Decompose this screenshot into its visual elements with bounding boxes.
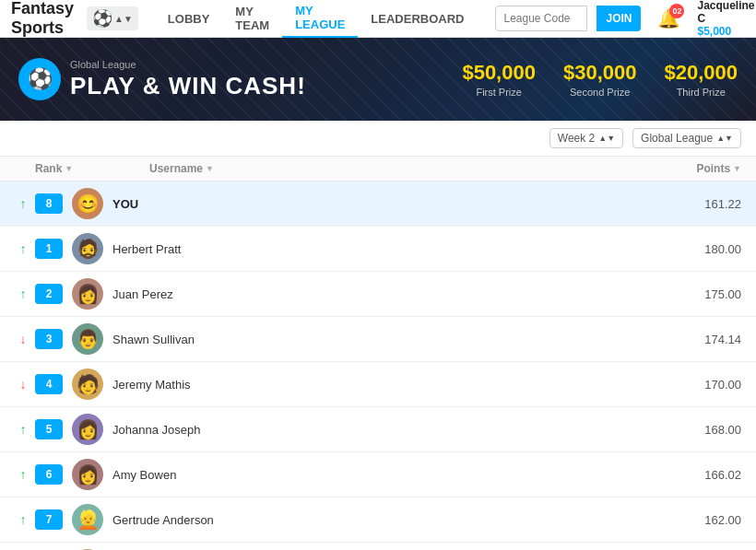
rank-badge: 6 <box>35 464 63 485</box>
trend-icon: ↑ <box>15 287 31 301</box>
username-sort-icon[interactable]: ▼ <box>206 164 214 173</box>
nav-item-lobby[interactable]: LOBBY <box>155 0 223 38</box>
nav-item-leaderboard[interactable]: LEADERBOARD <box>358 0 477 38</box>
sport-chevron-icon: ▲▼ <box>114 14 133 24</box>
player-avatar: 🧔 <box>72 233 103 264</box>
table-row[interactable]: ↓ 3 👨 Shawn Sullivan 174.14 <box>0 317 756 362</box>
prize-label-3: Third Prize <box>664 87 738 98</box>
player-points: 161.22 <box>649 197 741 211</box>
table-row[interactable]: ↑ 2 👩 Juan Perez 175.00 <box>0 272 756 317</box>
league-code-input[interactable] <box>495 6 587 31</box>
filter-bar: Week 2 ▲▼ Global League ▲▼ <box>0 121 756 157</box>
username-column-header: Username ▼ <box>149 162 649 175</box>
table-row[interactable]: ↓ 9 👩 Amy Bowen 159.00 <box>0 543 756 550</box>
prize-item-3: $20,000 Third Prize <box>664 61 738 98</box>
rank-column-header: Rank ▼ <box>35 162 109 175</box>
player-avatar: 👱 <box>72 504 103 535</box>
player-points: 168.00 <box>649 423 741 437</box>
player-points: 180.00 <box>649 242 741 256</box>
rank-badge: 3 <box>35 329 63 349</box>
player-username: Shawn Sullivan <box>112 333 649 346</box>
trend-icon: ↑ <box>15 512 31 527</box>
week-filter-chevron-icon: ▲▼ <box>598 134 615 143</box>
banner-sport-icon: ⚽ <box>18 58 61 100</box>
trend-icon: ↑ <box>15 422 31 437</box>
main-nav: LOBBYMY TEAMMY LEAGUELEADERBOARD <box>155 0 478 38</box>
player-avatar: 🧑 <box>72 369 103 400</box>
promo-banner: ⚽ Global League PLAY & WIN CASH! $50,000… <box>0 38 756 121</box>
prize-amount-3: $20,000 <box>664 61 738 85</box>
sport-selector[interactable]: ⚽ ▲▼ <box>87 6 138 30</box>
player-username: Johanna Joseph <box>112 423 649 437</box>
prize-item-2: $30,000 Second Prize <box>563 61 637 98</box>
table-row[interactable]: ↑ 7 👱 Gertrude Anderson 162.00 <box>0 497 756 543</box>
banner-subtitle: Global League <box>70 59 306 70</box>
banner-prizes: $50,000 First Prize$30,000 Second Prize$… <box>462 61 738 98</box>
nav-item-my-team[interactable]: MY TEAM <box>222 0 282 38</box>
player-username: Gertrude Anderson <box>112 513 649 527</box>
player-avatar: 😊 <box>72 188 103 219</box>
rank-badge: 8 <box>35 193 63 214</box>
player-points: 175.00 <box>649 287 741 301</box>
trend-icon: ↑ <box>15 467 31 482</box>
points-sort-icon[interactable]: ▼ <box>733 164 741 173</box>
user-name: Jacqueline C <box>697 0 756 25</box>
main-header: Fantasy Sports ⚽ ▲▼ LOBBYMY TEAMMY LEAGU… <box>0 0 756 38</box>
player-points: 170.00 <box>649 378 741 392</box>
player-points: 162.00 <box>649 513 741 527</box>
join-button[interactable]: JOIN <box>597 6 641 31</box>
banner-text: Global League PLAY & WIN CASH! <box>70 59 306 100</box>
player-username: Juan Perez <box>112 287 649 301</box>
rank-badge: 1 <box>35 239 63 259</box>
league-filter-chevron-icon: ▲▼ <box>716 134 733 143</box>
banner-title: PLAY & WIN CASH! <box>70 72 306 100</box>
user-info: Jacqueline C $5,000 👩 <box>697 0 756 38</box>
player-avatar: 👩 <box>72 414 103 445</box>
player-username: Amy Bowen <box>112 468 649 482</box>
table-body: ↑ 8 😊 YOU 161.22 ↑ 1 🧔 Herbert Pratt 180… <box>0 181 756 550</box>
nav-item-my-league[interactable]: MY LEAGUE <box>282 0 358 38</box>
rank-badge: 7 <box>35 509 63 530</box>
table-row[interactable]: ↑ 1 🧔 Herbert Pratt 180.00 <box>0 227 756 272</box>
prize-amount-2: $30,000 <box>563 61 637 85</box>
trend-icon: ↓ <box>15 377 31 392</box>
points-column-header: Points ▼ <box>649 162 741 175</box>
player-points: 174.14 <box>649 333 741 346</box>
rank-badge: 4 <box>35 374 63 394</box>
prize-label-2: Second Prize <box>563 87 637 98</box>
player-username: Jeremy Mathis <box>112 378 649 392</box>
player-avatar: 👩 <box>72 459 103 490</box>
leaderboard-table: Rank ▼ Username ▼ Points ▼ ↑ 8 😊 YOU 161… <box>0 157 756 550</box>
player-points: 166.02 <box>649 468 741 482</box>
table-row[interactable]: ↓ 4 🧑 Jeremy Mathis 170.00 <box>0 362 756 407</box>
sport-icon: ⚽ <box>92 8 112 29</box>
table-row[interactable]: ↑ 6 👩 Amy Bowen 166.02 <box>0 452 756 497</box>
player-avatar: 👨 <box>72 323 103 355</box>
rank-badge: 2 <box>35 284 63 304</box>
table-row[interactable]: ↑ 5 👩 Johanna Joseph 168.00 <box>0 407 756 452</box>
banner-left: ⚽ Global League PLAY & WIN CASH! <box>18 58 306 100</box>
notifications-button[interactable]: 🔔 02 <box>657 7 680 29</box>
player-username: Herbert Pratt <box>112 242 649 256</box>
prize-label-1: First Prize <box>462 87 536 98</box>
app-title: Fantasy Sports <box>11 0 74 38</box>
trend-icon: ↑ <box>15 241 31 256</box>
player-avatar: 👩 <box>72 278 103 310</box>
league-filter-label: Global League <box>641 132 713 145</box>
table-row[interactable]: ↑ 8 😊 YOU 161.22 <box>0 181 756 227</box>
league-filter[interactable]: Global League ▲▼ <box>632 128 741 148</box>
table-header-row: Rank ▼ Username ▼ Points ▼ <box>0 157 756 181</box>
trend-icon: ↑ <box>15 196 31 211</box>
notifications-badge: 02 <box>669 4 684 18</box>
player-username: YOU <box>112 197 649 211</box>
prize-item-1: $50,000 First Prize <box>462 61 536 98</box>
week-filter[interactable]: Week 2 ▲▼ <box>549 128 623 148</box>
rank-badge: 5 <box>35 419 63 439</box>
prize-amount-1: $50,000 <box>462 61 536 85</box>
user-balance: $5,000 <box>697 25 756 38</box>
trend-icon: ↓ <box>15 332 31 346</box>
week-filter-label: Week 2 <box>558 132 595 145</box>
rank-sort-icon[interactable]: ▼ <box>65 164 73 173</box>
